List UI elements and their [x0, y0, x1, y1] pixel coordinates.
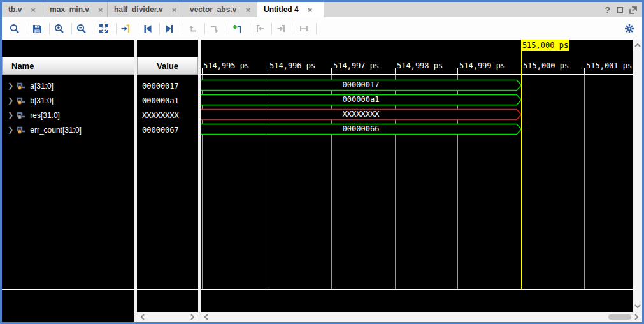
signal-name-panel: Name ❯ a[31:0] ❯ b[31:0] ❯ res[31:0] ❯ e… [2, 40, 134, 322]
next-edge-icon[interactable] [272, 19, 291, 38]
scroll-up-icon[interactable] [633, 41, 642, 50]
settings-gear-icon[interactable] [620, 19, 639, 38]
find-icon[interactable] [5, 19, 24, 38]
hscrollbar-thumb[interactable] [608, 314, 631, 320]
panel-separator-line [2, 289, 198, 290]
gridline [202, 75, 203, 290]
waveform-canvas[interactable]: 514,995 ps 514,996 ps 514,997 ps 514,998… [201, 40, 633, 312]
wave-separator-line [201, 289, 633, 290]
bus-signal-icon [17, 111, 26, 119]
tab-bar: tb.v × max_min.v × half_divider.v × vect… [2, 2, 642, 17]
name-column-header[interactable]: Name [2, 57, 134, 75]
cursor-time-badge[interactable]: 515,000 ps [521, 40, 569, 51]
add-marker-icon[interactable] [227, 19, 247, 38]
signal-row-res[interactable]: ❯ res[31:0] [2, 108, 134, 122]
signal-value: 00000067 [142, 122, 179, 137]
close-icon[interactable]: × [245, 6, 250, 14]
axis-tick-label: 514,999 ps [459, 61, 505, 70]
tab-half_divider.v[interactable]: half_divider.v × [108, 2, 183, 17]
axis-tick-label: 514,996 ps [269, 61, 315, 70]
axis-tick-label: 514,995 ps [203, 61, 249, 70]
tab-label: half_divider.v [114, 5, 163, 14]
swap-cursors-icon[interactable] [294, 19, 313, 38]
close-icon[interactable]: × [98, 6, 103, 14]
tab-label: max_min.v [50, 5, 89, 14]
float-window-icon[interactable] [629, 6, 637, 14]
signal-value: 00000017 [142, 78, 179, 93]
next-transition-icon[interactable] [205, 19, 224, 38]
expand-chevron-icon[interactable]: ❯ [8, 96, 13, 105]
bus-signal-icon [17, 82, 26, 90]
help-icon[interactable]: ? [605, 5, 610, 15]
axis-tick [395, 68, 396, 74]
bus-value-a: 00000017 [201, 79, 521, 91]
vertical-scrollbar[interactable] [633, 40, 642, 312]
axis-tick [202, 68, 203, 74]
maximize-icon[interactable] [617, 7, 623, 13]
value-column-header[interactable]: Value [137, 57, 198, 75]
zoom-out-icon[interactable] [72, 19, 91, 38]
axis-tick-label: 515,000 ps [523, 61, 569, 70]
scroll-left-icon[interactable] [138, 313, 147, 321]
value-panel-hscrollbar[interactable] [137, 312, 198, 322]
waveform-window: tb.v × max_min.v × half_divider.v × vect… [0, 0, 644, 324]
tab-label: Untitled 4 [264, 5, 299, 14]
signal-row-b[interactable]: ❯ b[31:0] [2, 93, 134, 108]
signal-name: res[31:0] [30, 111, 60, 120]
gridline [268, 75, 268, 290]
tab-tb.v[interactable]: tb.v × [2, 2, 43, 17]
zoom-fit-icon[interactable] [94, 19, 113, 38]
axis-baseline [201, 74, 633, 75]
expand-chevron-icon[interactable]: ❯ [8, 82, 13, 90]
bus-value-err_count: 00000066 [201, 123, 521, 135]
previous-transition-icon[interactable] [183, 19, 203, 38]
window-controls: ? [605, 4, 637, 16]
bus-value-b: 000000a1 [201, 94, 521, 106]
expand-chevron-icon[interactable]: ❯ [8, 126, 13, 134]
signal-value: 000000a1 [142, 93, 179, 108]
axis-tick-label: 514,997 ps [333, 61, 379, 70]
signal-row-err_count[interactable]: ❯ err_count[31:0] [2, 122, 134, 137]
signal-value-panel: Value 00000017 000000a1 XXXXXXXX 0000006… [137, 40, 198, 312]
signal-row-a[interactable]: ❯ a[31:0] [2, 78, 134, 93]
scroll-right-icon[interactable] [632, 313, 641, 321]
close-icon[interactable]: × [31, 6, 36, 14]
axis-tick [584, 68, 585, 74]
go-to-time-0-icon[interactable] [138, 19, 157, 38]
signal-name: err_count[31:0] [30, 126, 82, 135]
go-to-last-time-icon[interactable] [160, 19, 179, 38]
name-panel-footer [2, 312, 134, 322]
cursor-line[interactable] [521, 51, 522, 290]
signal-name: a[31:0] [30, 82, 54, 91]
tab-label: vector_abs.v [190, 5, 236, 14]
bus-value-res: XXXXXXXX [201, 108, 521, 121]
expand-chevron-icon[interactable]: ❯ [8, 111, 13, 119]
wave-hscrollbar[interactable] [201, 312, 642, 322]
previous-edge-icon[interactable] [250, 19, 269, 38]
gridline [457, 75, 458, 290]
close-icon[interactable]: × [308, 6, 313, 14]
go-to-cursor-icon[interactable] [117, 19, 136, 38]
close-icon[interactable]: × [172, 6, 177, 14]
scroll-down-icon[interactable] [633, 302, 642, 311]
axis-tick [268, 68, 268, 74]
axis-tick [457, 68, 458, 74]
bus-signal-icon [17, 96, 26, 105]
gridline [331, 75, 332, 290]
signal-name: b[31:0] [30, 96, 54, 105]
gridline [395, 75, 396, 290]
axis-tick-label: 515,001 ps [586, 61, 632, 70]
scroll-left-icon[interactable] [202, 313, 211, 321]
tab-untitled-4[interactable]: Untitled 4 × [257, 2, 324, 17]
axis-tick [331, 68, 332, 74]
zoom-in-icon[interactable] [50, 19, 69, 38]
tab-label: tb.v [8, 5, 22, 14]
tab-max_min.v[interactable]: max_min.v × [43, 2, 108, 17]
tab-vector_abs.v[interactable]: vector_abs.v × [183, 2, 257, 17]
scroll-right-icon[interactable] [188, 313, 197, 321]
axis-tick-label: 514,998 ps [397, 61, 443, 70]
signal-value: XXXXXXXX [142, 108, 179, 122]
save-icon[interactable] [27, 19, 47, 38]
wave-toolbar [2, 17, 642, 41]
gridline [584, 75, 585, 290]
